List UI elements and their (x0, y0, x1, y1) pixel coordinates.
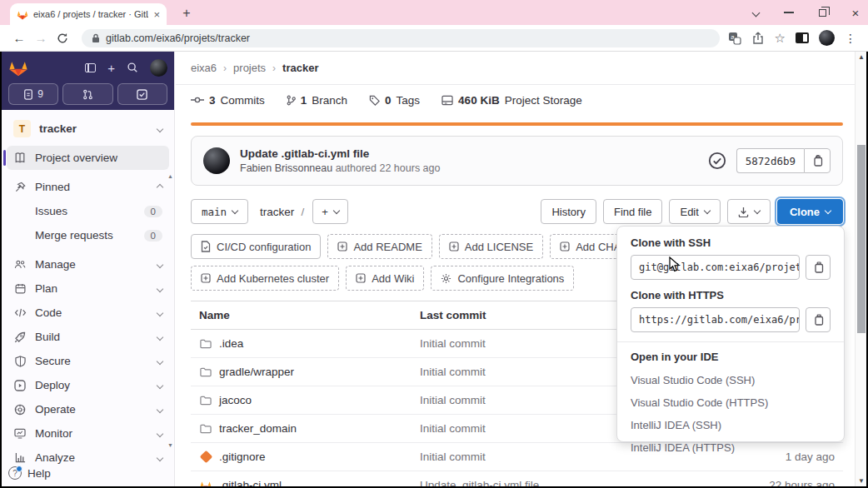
branches-stat[interactable]: 1 Branch (287, 94, 347, 107)
clone-ssh-input[interactable]: git@gitlab.com:eixa6/projets/tr (631, 255, 800, 280)
sidebar-item-project-overview[interactable]: Project overview (7, 146, 169, 170)
forward-icon[interactable]: → (30, 27, 52, 49)
add-readme-button[interactable]: Add README (327, 234, 432, 259)
configure-integrations-button[interactable]: Configure Integrations (431, 266, 574, 291)
copy-ssh-button[interactable] (806, 255, 831, 280)
reload-icon[interactable] (52, 27, 73, 49)
merge-requests-shortcut-button[interactable] (62, 83, 112, 105)
file-icon (201, 241, 211, 252)
download-button[interactable] (727, 199, 771, 224)
clone-button[interactable]: Clone (777, 199, 843, 224)
menu-item-intellij-ssh[interactable]: IntelliJ IDEA (SSH) (631, 414, 831, 436)
menu-item-vscode-https[interactable]: Visual Studio Code (HTTPS) (631, 391, 831, 414)
browser-toolbar: ← → gitlab.com/eixa6/projets/tracker a ☆… (0, 25, 868, 52)
user-avatar[interactable] (150, 59, 167, 77)
table-row[interactable]: .gitlab-ci.yml Update .gitlab-ci.yml fil… (191, 471, 843, 486)
scroll-up-icon[interactable]: ▲ (856, 53, 867, 61)
gitlab-logo[interactable] (8, 58, 28, 77)
folder-icon (199, 424, 212, 434)
history-button[interactable]: History (541, 199, 596, 224)
commit-sha[interactable]: 5872d6b9 (736, 148, 804, 173)
breadcrumb-group[interactable]: eixa6 (191, 62, 217, 74)
scrollbar-thumb[interactable] (857, 145, 866, 333)
create-new-icon[interactable]: + (107, 61, 115, 75)
commits-stat[interactable]: 3 Commits (191, 94, 265, 107)
secure-icon (13, 356, 27, 367)
menu-item-intellij-https[interactable]: IntelliJ IDEA (HTTPS) (631, 436, 831, 459)
browser-menu-icon[interactable]: ⋮ (845, 32, 856, 45)
clone-https-input[interactable]: https://gitlab.com/eixa6/projet (631, 307, 800, 332)
clone-dropdown: Clone with SSH git@gitlab.com:eixa6/proj… (616, 226, 845, 442)
last-update: 22 hours ago (710, 479, 835, 486)
breadcrumb-current[interactable]: tracker (282, 62, 318, 74)
sidebar-item-pinned[interactable]: Pinned (7, 175, 169, 199)
add-license-button[interactable]: Add LICENSE (439, 234, 543, 259)
new-tab-button[interactable]: + (177, 3, 197, 23)
commit-title[interactable]: Update .gitlab-ci.yml file (240, 147, 698, 160)
close-button[interactable]: × (850, 7, 861, 18)
last-commit-link[interactable]: Update .gitlab-ci.yml file (420, 479, 710, 486)
browser-tab[interactable]: eixa6 / projets / tracker · GitLab × (10, 3, 167, 25)
minimize-button[interactable] (783, 7, 795, 18)
sidebar-item-build[interactable]: Build (7, 325, 169, 349)
sidebar-item-monitor[interactable]: Monitor (7, 421, 169, 446)
url-bar[interactable]: gitlab.com/eixa6/projets/tracker (82, 29, 720, 47)
cicd-configuration-button[interactable]: CI/CD configuration (191, 234, 321, 259)
sidebar-toggle-icon[interactable] (85, 63, 96, 72)
find-file-button[interactable]: Find file (603, 199, 663, 224)
back-icon[interactable]: ← (8, 27, 30, 49)
menu-item-vscode-ssh[interactable]: Visual Studio Code (SSH) (631, 369, 831, 391)
project-avatar: T (13, 120, 31, 137)
sidebar-item-help[interactable]: ? Help (8, 466, 51, 480)
sidebar-item-deploy[interactable]: Deploy (7, 373, 169, 397)
page-scrollbar[interactable]: ▲ ▼ (855, 52, 866, 486)
restore-button[interactable] (816, 7, 828, 18)
bookmark-star-icon[interactable]: ☆ (775, 32, 786, 44)
sidebar-item-secure[interactable]: Secure (7, 349, 169, 373)
repo-path[interactable]: tracker (260, 206, 294, 218)
chevron-down-icon (825, 207, 831, 213)
sidebar-item-operate[interactable]: Operate (7, 397, 169, 421)
copy-https-button[interactable] (806, 307, 831, 332)
browser-profile-avatar[interactable] (819, 30, 835, 46)
edit-button[interactable]: Edit (669, 199, 720, 224)
branch-selector[interactable]: main (191, 199, 248, 224)
sidebar-item-plan[interactable]: Plan (7, 276, 169, 301)
chip-label: Configure Integrations (457, 272, 564, 285)
add-wiki-button[interactable]: Add Wiki (346, 266, 424, 291)
search-icon[interactable] (127, 62, 138, 73)
tab-close-icon[interactable]: × (153, 9, 160, 20)
translate-icon[interactable]: a (728, 32, 741, 45)
chevron-down-icon (157, 406, 163, 412)
mouse-cursor (669, 256, 682, 276)
add-file-button[interactable]: + (312, 199, 348, 224)
breadcrumb-subgroup[interactable]: projets (233, 62, 266, 74)
column-header-name[interactable]: Name (199, 309, 420, 321)
commit-author[interactable]: Fabien Brissonneau (240, 162, 332, 174)
todo-shortcut-button[interactable] (117, 83, 167, 105)
sidebar-item-code[interactable]: Code (7, 301, 169, 325)
sidebar-item-label: Merge requests (35, 229, 113, 242)
stat-label: Tags (397, 94, 421, 107)
storage-icon (441, 95, 453, 106)
clone-https-label: Clone with HTTPS (631, 289, 831, 301)
add-kubernetes-cluster-button[interactable]: Add Kubernetes cluster (191, 266, 339, 291)
copy-sha-button[interactable] (804, 148, 831, 173)
pipeline-status-icon[interactable] (708, 152, 726, 170)
sidebar-project-switcher[interactable]: T tracker (7, 117, 169, 141)
side-panel-icon[interactable] (796, 32, 809, 43)
sidebar-item-manage[interactable]: Manage (7, 252, 169, 276)
scroll-down-icon[interactable]: ▼ (856, 477, 867, 485)
commit-author-avatar[interactable] (203, 147, 230, 174)
issues-shortcut-button[interactable]: 9 (8, 83, 58, 105)
tab-search-icon[interactable] (750, 7, 761, 18)
share-icon[interactable] (751, 32, 765, 45)
sidebar-item-label: Issues (35, 205, 67, 217)
sidebar-item-issues[interactable]: Issues 0 (7, 199, 169, 223)
clone-ssh-label: Clone with SSH (631, 237, 831, 249)
tags-stat[interactable]: 0 Tags (369, 94, 420, 107)
storage-stat[interactable]: 460 KiB Project Storage (441, 94, 582, 107)
sidebar-item-merge-requests[interactable]: Merge requests 0 (7, 223, 169, 247)
gitlab-file-icon (199, 480, 212, 486)
breadcrumb: eixa6 › projets › tracker (176, 52, 855, 85)
